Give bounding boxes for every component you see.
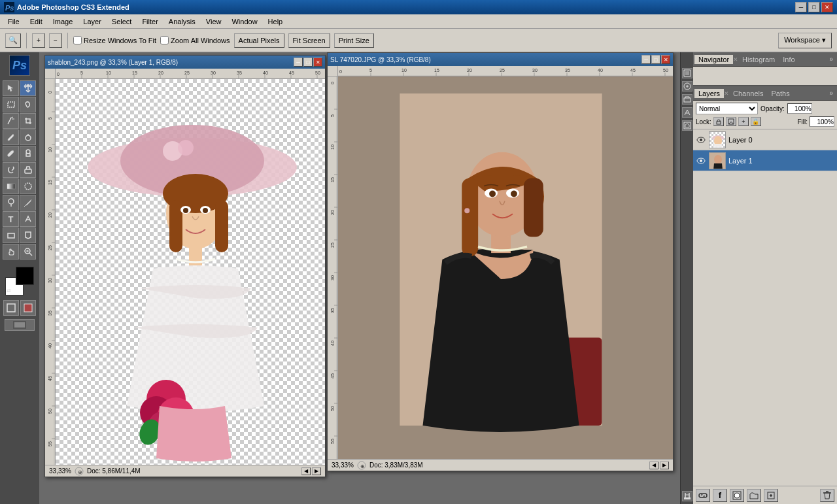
pen-tool[interactable] (20, 195, 36, 210)
actual-pixels-btn[interactable]: Actual Pixels (234, 33, 284, 48)
close-button[interactable]: ✕ (821, 2, 833, 12)
toolbar-zoom-in[interactable]: 🔍 (5, 33, 21, 48)
menu-help[interactable]: Help (263, 16, 288, 27)
svg-point-85 (203, 208, 208, 213)
quick-mask-mode[interactable] (20, 300, 36, 316)
foreground-swatch[interactable] (16, 267, 34, 285)
menu-analysis[interactable]: Analysis (163, 16, 201, 27)
menu-filter[interactable]: Filter (137, 16, 163, 27)
blend-mode-select[interactable]: Normal Multiply Screen (696, 103, 758, 114)
shape-tool[interactable] (3, 227, 19, 243)
doc1-minimize[interactable]: ─ (294, 58, 303, 67)
doc2-minimize[interactable]: ─ (641, 55, 651, 64)
blur-tool[interactable] (20, 178, 36, 194)
doc2-close[interactable]: ✕ (661, 55, 670, 64)
rs-btn-4[interactable] (682, 107, 692, 118)
layer-item-0[interactable]: Layer 0 (693, 129, 837, 150)
lock-image[interactable] (726, 117, 736, 126)
crop-tool[interactable] (20, 113, 36, 129)
menu-view[interactable]: View (201, 16, 227, 27)
layers-bottom: f (693, 486, 837, 504)
move-tool[interactable] (20, 80, 36, 96)
doc1-close[interactable]: ✕ (313, 58, 322, 67)
resize-windows-label[interactable]: Resize Windows To Fit (73, 36, 156, 44)
minimize-button[interactable]: ─ (795, 2, 807, 12)
type-tool[interactable]: T (3, 211, 19, 227)
zoom-tool-btn[interactable] (20, 244, 36, 260)
layers-tab-layers[interactable]: Layers (694, 89, 724, 98)
lock-transparent[interactable] (713, 117, 724, 126)
layer-item-1[interactable]: Layer 1 (693, 150, 837, 171)
notes-tool[interactable] (20, 227, 36, 243)
zoom-all-check[interactable] (160, 36, 169, 44)
menu-file[interactable]: File (3, 16, 25, 27)
zoom-in-btn[interactable]: + (32, 33, 45, 48)
print-size-btn[interactable]: Print Size (334, 33, 374, 48)
svg-text:50: 50 (663, 68, 668, 73)
layers-panel-close[interactable]: » (827, 90, 836, 97)
menu-image[interactable]: Image (48, 16, 78, 27)
rs-btn-1[interactable] (682, 68, 692, 78)
menu-edit[interactable]: Edit (25, 16, 48, 27)
brush-tool[interactable] (3, 146, 19, 161)
rs-btn-3[interactable] (682, 94, 692, 105)
gradient-tool[interactable] (3, 178, 19, 194)
layer-0-visibility[interactable] (696, 135, 706, 145)
doc1-next[interactable]: ▶ (312, 467, 321, 475)
nav-tab-histogram[interactable]: Histogram (738, 55, 779, 64)
workspace-button[interactable]: Workspace ▾ (778, 33, 832, 48)
layers-tab-channels[interactable]: Channels (729, 89, 767, 98)
resize-windows-check[interactable] (73, 36, 82, 44)
selection-tool[interactable] (3, 80, 19, 96)
opacity-input[interactable] (787, 103, 812, 114)
dodge-tool[interactable] (3, 195, 19, 210)
rs-btn-6[interactable] (682, 491, 692, 501)
fill-input[interactable] (810, 116, 834, 127)
screen-mode[interactable] (5, 319, 35, 331)
doc2-next[interactable]: ▶ (660, 462, 669, 469)
doc1-maximize[interactable]: □ (303, 58, 313, 67)
maximize-button[interactable]: □ (808, 2, 820, 12)
menu-window[interactable]: Window (226, 16, 262, 27)
svg-rect-26 (56, 69, 325, 79)
add-style-btn[interactable]: f (713, 489, 727, 502)
link-layers-btn[interactable] (696, 489, 710, 502)
zoom-out-btn[interactable]: − (49, 33, 62, 48)
stamp-tool[interactable] (20, 146, 36, 161)
nav-tab-info[interactable]: Info (779, 55, 798, 64)
hand-tool[interactable] (3, 244, 19, 260)
normal-mode[interactable] (3, 300, 19, 316)
nav-panel-close[interactable]: » (827, 56, 836, 63)
layer-1-visibility[interactable] (696, 156, 706, 166)
layers-tab-paths[interactable]: Paths (768, 89, 794, 98)
rs-btn-5[interactable] (682, 120, 692, 131)
svg-text:30: 30 (48, 278, 52, 283)
doc2-prev[interactable]: ◀ (649, 462, 658, 469)
doc1-prev[interactable]: ◀ (301, 467, 311, 475)
menu-layer[interactable]: Layer (78, 16, 107, 27)
eraser-tool[interactable] (20, 162, 36, 178)
delete-layer-btn[interactable] (820, 489, 834, 502)
fit-screen-btn[interactable]: Fit Screen (288, 33, 330, 48)
eyedropper-tool[interactable] (3, 129, 19, 145)
zoom-all-label[interactable]: Zoom All Windows (160, 36, 230, 44)
history-brush[interactable] (3, 162, 19, 178)
swap-icon[interactable]: ⇄ (7, 288, 13, 294)
spot-heal-tool[interactable] (20, 129, 36, 145)
nav-tab-navigator[interactable]: Navigator (694, 55, 733, 64)
menu-select[interactable]: Select (107, 16, 137, 27)
add-mask-btn[interactable] (730, 489, 744, 502)
svg-text:50: 50 (315, 71, 320, 75)
new-layer-btn[interactable] (764, 489, 778, 502)
lock-position[interactable]: + (738, 117, 749, 126)
path-select-tool[interactable] (20, 211, 36, 227)
lock-all[interactable]: 🔒 (751, 117, 761, 126)
magic-wand-tool[interactable] (3, 113, 19, 129)
rs-btn-2[interactable] (682, 81, 692, 92)
tool-pair-2 (3, 97, 37, 112)
new-group-btn[interactable] (747, 489, 761, 502)
rectangular-marquee[interactable] (3, 97, 19, 112)
doc2-maximize[interactable]: □ (651, 55, 660, 64)
svg-text:25: 25 (330, 243, 335, 248)
lasso-tool[interactable] (20, 97, 36, 112)
